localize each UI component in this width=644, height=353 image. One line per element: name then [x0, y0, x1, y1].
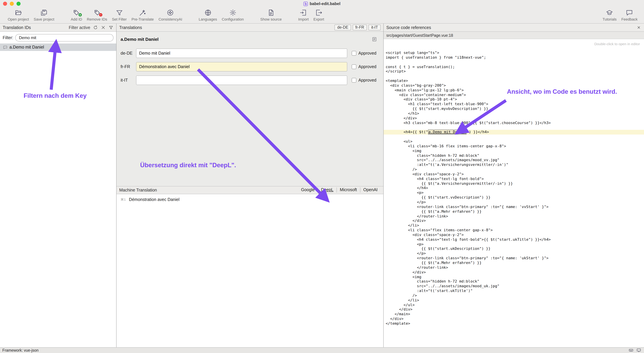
filter-button[interactable] [108, 25, 114, 30]
approved-toggle-it-it: Approved [352, 78, 378, 83]
code-line: {{ $t("start.myvbvDescription") }} [386, 107, 644, 111]
toolbar-remove-ids-button[interactable]: −Remove IDs [87, 9, 107, 21]
code-line: </ul> [386, 303, 644, 307]
language-tab-it-it[interactable]: it-IT [368, 25, 380, 30]
toolbar-label: Feedback [621, 17, 638, 21]
code-line [386, 135, 644, 139]
approved-label: Approved [358, 64, 376, 69]
clear-filter-button[interactable] [100, 25, 106, 30]
translation-input-de-de[interactable] [136, 49, 347, 58]
toolbar-tutorials-button[interactable]: Tutorials [602, 9, 617, 21]
approved-checkbox[interactable] [352, 51, 356, 56]
zoom-window-button[interactable] [16, 2, 20, 6]
mt-engine-google-button[interactable]: Google [298, 187, 318, 193]
code-line: <h4 class="text-lg font-bold">{{ $t("sta… [386, 237, 644, 242]
code-line: <h1 class="text-left text-blue-900"> [386, 102, 644, 107]
translation-input-fr-fr[interactable] [136, 62, 347, 72]
toolbar-configuration-button[interactable]: Configuration [222, 9, 244, 21]
annotation-filter-note: Filtern nach dem Key [24, 92, 86, 100]
translation-rows: de-DEApprovedfr-FRApprovedit-ITApproved [120, 49, 378, 85]
approved-toggle-fr-fr: Approved [352, 64, 378, 69]
toolbar-label: Export [314, 17, 324, 21]
titlebar: b babel-edit.babel [0, 0, 644, 8]
filter-active-label: Filter active [69, 25, 90, 30]
feedback-icon [626, 9, 634, 17]
mt-result-row[interactable]: ⌘1 Démonstration avec Daniel [120, 197, 380, 202]
toolbar-show-source-button[interactable]: Show source [260, 9, 282, 21]
translations-panel: Translations de-DEfr-FRit-IT a.Demo mit … [116, 24, 384, 347]
toolbar-save-project-button[interactable]: Save project [34, 9, 54, 21]
toolbar-add-id-button[interactable]: +Add ID [71, 9, 82, 21]
close-panel-button[interactable] [636, 25, 641, 30]
approved-checkbox[interactable] [352, 64, 356, 69]
mt-engine-openai-button[interactable]: OpenAI [360, 187, 380, 193]
approved-toggle-de-de: Approved [352, 51, 378, 56]
code-line: src="../../assets/images/mood_vv.jpg" [386, 158, 644, 163]
language-tab-de-de[interactable]: de-DE [335, 25, 351, 30]
framework-label: Framework: vue-json [2, 348, 38, 352]
translation-row-it-it: it-ITApproved [120, 76, 378, 85]
toolbar-set-filter-button[interactable]: Set Filter [112, 9, 127, 21]
sparkle-icon [166, 9, 174, 17]
code-line: </main> [386, 312, 644, 317]
toolbar-languages-button[interactable]: Languages [199, 9, 217, 21]
translation-ids-title: Translation IDs [3, 25, 31, 30]
code-line: </div> [386, 219, 644, 223]
toolbar-consistencyai-button[interactable]: ConsistencyAI [158, 9, 182, 21]
code-line: {{ $t("a.Mehr erfahren") }} [386, 209, 644, 214]
wand-icon [138, 9, 147, 17]
code-line [386, 74, 644, 79]
mt-engine-microsoft-button[interactable]: Microsoft [336, 187, 360, 193]
code-line: <div class="space-y-2"> [386, 172, 644, 177]
display-icon[interactable] [636, 348, 642, 353]
translation-ids-header: Translation IDs Filter active [0, 24, 116, 32]
language-label: de-DE [120, 51, 136, 56]
translation-id-item[interactable]: a.Demo mit Daniel [0, 44, 116, 51]
toolbar-label: Import [298, 17, 309, 21]
toolbar-export-button[interactable]: Export [314, 9, 324, 21]
funnel-icon [115, 9, 124, 17]
code-line: </template> [386, 321, 644, 326]
language-tab-fr-fr[interactable]: fr-FR [353, 25, 367, 30]
translation-ids-panel: Translation IDs Filter active Filter: a.… [0, 24, 116, 347]
toolbar-label: Remove IDs [87, 17, 107, 21]
approved-checkbox[interactable] [352, 78, 356, 83]
language-tabs: de-DEfr-FRit-IT [335, 25, 380, 30]
translation-input-it-it[interactable] [136, 76, 347, 85]
toolbar-feedback-button[interactable]: Feedback [621, 9, 638, 21]
code-line: </h1> [386, 111, 644, 116]
approved-label: Approved [358, 51, 376, 56]
globe-icon [204, 9, 212, 17]
toolbar-label: Add ID [71, 17, 82, 21]
keyboard-icon[interactable] [628, 348, 634, 353]
source-references-header: Source code references [384, 24, 644, 32]
code-line: :alt="t('a.Versicherungsvermittler/-in')… [386, 163, 644, 167]
refresh-filter-button[interactable] [93, 25, 98, 30]
entry-comment-button[interactable] [371, 36, 377, 42]
toolbar-import-button[interactable]: Import [298, 9, 309, 21]
filter-icon [108, 25, 113, 30]
mt-engine-deepl-button[interactable]: DeepL [318, 187, 336, 193]
code-line [386, 60, 644, 65]
code-line: import { useTranslation } from "i18next-… [386, 55, 644, 60]
toolbar-open-project-button[interactable]: Open project [8, 9, 29, 21]
close-window-button[interactable] [3, 2, 7, 6]
code-line: <ul> [386, 139, 644, 144]
source-file-path[interactable]: src/pages/start/GuestStartPage.vue:18 [384, 32, 644, 39]
annotation-deepl-note: Übersetzung direkt mit "DeepL". [140, 162, 236, 169]
filter-input[interactable] [15, 34, 114, 42]
entry-title: a.Demo mit Daniel [120, 37, 158, 42]
toolbar-pre-translate-button[interactable]: Pre-Translate [132, 9, 154, 21]
code-line: </router-link> [386, 265, 644, 270]
code-line: <li class="mb-16 flex items-center gap-x… [386, 144, 644, 149]
language-label: it-IT [120, 78, 136, 83]
code-line: </p> [386, 251, 644, 256]
minimize-window-button[interactable] [10, 2, 14, 6]
folder-open-icon [14, 9, 22, 17]
export-icon [315, 9, 323, 17]
code-line: <template> [386, 79, 644, 83]
app-icon: b [304, 2, 308, 6]
code-line: {{ $t("a.Versicherungsvermittler/-in") }… [386, 181, 644, 186]
mt-engine-buttons: GoogleDeepLMicrosoftOpenAI [298, 187, 381, 193]
toolbar-badge: − [99, 13, 102, 17]
